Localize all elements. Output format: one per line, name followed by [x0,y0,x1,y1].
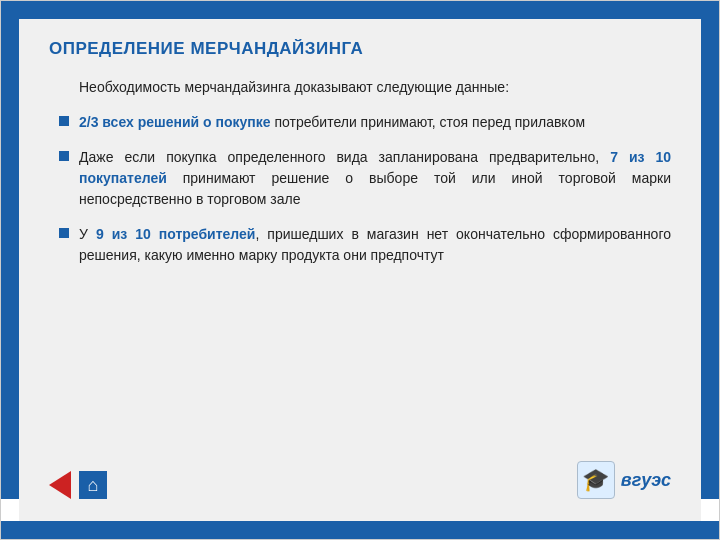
slide-title: ОПРЕДЕЛЕНИЕ МЕРЧАНДАЙЗИНГА [49,39,671,59]
bullet-text-1: 2/3 всех решений о покупке потребители п… [79,112,671,133]
bottom-logo: 🎓 вгуэс [577,461,671,499]
bullet-text-2: Даже если покупка определенного вида зап… [79,147,671,210]
bottom-navigation[interactable]: ⌂ [49,471,107,499]
home-button[interactable]: ⌂ [79,471,107,499]
bullet-text-3: У 9 из 10 потребителей, пришедших в мага… [79,224,671,266]
left-accent [1,19,19,499]
bottom-bar [1,521,719,539]
bullet-item-1: 2/3 всех решений о покупке потребители п… [49,112,671,133]
highlight-2: 7 из 10 покупателей [79,149,671,186]
bullet-icon-2 [59,151,69,161]
bullet-item-3: У 9 из 10 потребителей, пришедших в мага… [49,224,671,266]
home-icon: ⌂ [88,475,99,496]
content-area: ОПРЕДЕЛЕНИЕ МЕРЧАНДАЙЗИНГА Необходимость… [19,19,701,521]
intro-paragraph: Необходимость мерчандайзинга доказывают … [49,77,671,98]
highlight-1: 2/3 всех решений о покупке [79,114,271,130]
bullet-icon-3 [59,228,69,238]
slide-container: ОПРЕДЕЛЕНИЕ МЕРЧАНДАЙЗИНГА Необходимость… [0,0,720,540]
right-accent [701,19,719,499]
top-bar [1,1,719,19]
bullet-item-2: Даже если покупка определенного вида зап… [49,147,671,210]
back-arrow-icon[interactable] [49,471,71,499]
logo-text: вгуэс [621,470,671,491]
highlight-3: 9 из 10 потребителей [96,226,256,242]
logo-figure-icon: 🎓 [582,467,609,493]
logo-figure: 🎓 [577,461,615,499]
bullet-icon-1 [59,116,69,126]
